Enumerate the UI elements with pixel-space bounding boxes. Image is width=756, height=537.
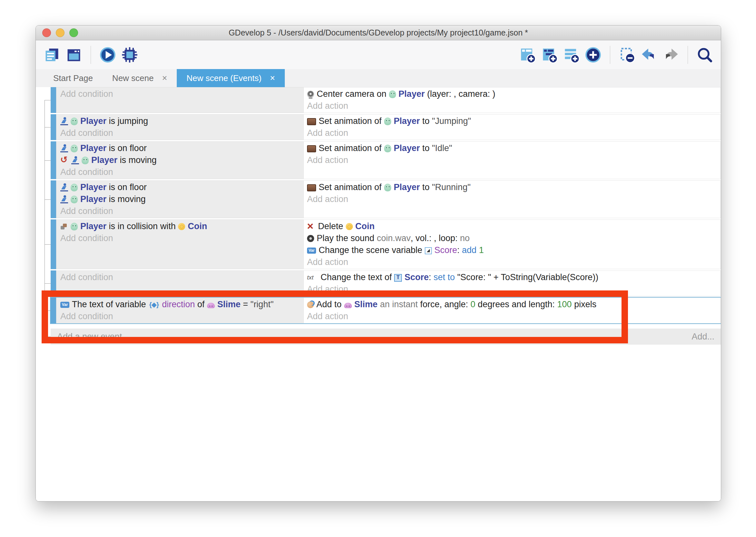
action-line[interactable]: Change the text of Score: set to "Score:… (307, 271, 717, 283)
conditions-cell: Add condition (56, 87, 304, 113)
add-condition-button[interactable]: Add condition (60, 127, 300, 139)
event-row: Player is on floorPlayer is movingAdd co… (42, 181, 721, 218)
event-selection-bar[interactable] (51, 298, 56, 323)
minimize-window-button[interactable] (56, 28, 64, 37)
text-segment (378, 300, 380, 310)
condition-line[interactable]: Player is on floor (60, 181, 300, 193)
tab-new-scene-events[interactable]: New scene (Events)× (177, 69, 284, 87)
event-selection-bar[interactable] (51, 181, 56, 218)
add-event-icon[interactable] (519, 47, 536, 63)
action-line[interactable]: Add to Slime an instant force, angle: 0 … (307, 299, 717, 310)
text-segment: Center camera on (317, 89, 389, 99)
add-action-button[interactable]: Add action (307, 100, 717, 112)
add-condition-button[interactable]: Add condition (60, 88, 300, 100)
action-line[interactable]: Set animation of Player to "Jumping" (307, 115, 717, 127)
variable-field-icon (425, 247, 432, 254)
add-action-button[interactable]: Add action (307, 310, 717, 322)
toolbar-right-group (519, 46, 713, 64)
add-action-button[interactable]: Add action (307, 283, 717, 295)
text-segment: Player (80, 194, 106, 204)
event-body: Player is jumpingAdd conditionSet animat… (51, 114, 721, 140)
add-condition-button[interactable]: Add condition (60, 166, 300, 178)
add-action-button[interactable]: Add action (307, 127, 717, 139)
text-segment: "Score: " + ToString(Variable(Score)) (455, 272, 598, 282)
text-segment: Player (394, 182, 420, 192)
text-segment: = (241, 300, 250, 310)
search-icon[interactable] (696, 47, 713, 63)
variable-icon (60, 302, 69, 308)
add-condition-button[interactable]: Add condition (60, 310, 300, 322)
add-action-button[interactable]: Add action (307, 256, 717, 268)
animation-icon (307, 118, 316, 125)
event-tree-connector (42, 87, 51, 113)
add-action-button[interactable]: Add action (307, 154, 717, 166)
add-action-button[interactable]: Add action (307, 193, 717, 205)
action-line[interactable]: Set animation of Player to "Idle" (307, 142, 717, 154)
force-icon (307, 302, 314, 308)
add-new-event-bar[interactable]: Add a new event Add... (51, 329, 721, 345)
undo-icon[interactable] (641, 47, 657, 63)
event-selection-bar[interactable] (51, 270, 56, 296)
tab-label: New scene (112, 73, 154, 83)
text-segment: Slime (217, 300, 241, 310)
action-line[interactable]: Set animation of Player to "Running" (307, 181, 717, 193)
add-new-event-button[interactable]: Add a new event (57, 332, 122, 342)
condition-line[interactable]: The text of variable direction of Slime … (60, 299, 300, 310)
redo-icon[interactable] (662, 47, 679, 63)
play-icon[interactable] (99, 47, 116, 63)
condition-line[interactable]: Player is moving (60, 154, 300, 166)
text-segment: Score (435, 245, 457, 255)
add-subevent-icon[interactable] (541, 47, 558, 63)
close-window-button[interactable] (42, 28, 51, 37)
add-plus-icon[interactable] (585, 47, 601, 63)
text-segment: 0 (471, 300, 475, 310)
event-selection-bar[interactable] (51, 87, 56, 113)
action-line[interactable]: Center camera on Player (layer: , camera… (307, 88, 717, 100)
project-manager-icon[interactable] (44, 47, 60, 63)
event-selection-bar[interactable] (51, 114, 56, 140)
platformer-icon (60, 117, 68, 125)
zoom-window-button[interactable] (69, 28, 78, 37)
condition-line[interactable]: Player is on floor (60, 142, 300, 154)
text-segment: add (462, 245, 476, 255)
text-segment: Coin (356, 222, 375, 231)
text-segment: is in collision with (106, 222, 178, 231)
event-tree-connector (42, 220, 51, 269)
add-condition-button[interactable]: Add condition (60, 271, 300, 283)
window-title: GDevelop 5 - /Users/david/Documents/GDev… (229, 28, 528, 37)
text-segment: Set animation of (319, 116, 384, 126)
tab-start-page[interactable]: Start Page (44, 69, 102, 87)
add-condition-button[interactable]: Add condition (60, 232, 300, 244)
delete-event-icon[interactable] (619, 47, 635, 63)
condition-line[interactable]: Player is jumping (60, 115, 300, 127)
player-icon (71, 195, 78, 203)
debug-icon[interactable] (121, 47, 138, 63)
tab-close-icon[interactable]: × (270, 74, 275, 83)
text-segment: : (429, 272, 434, 282)
event-selection-bar[interactable] (51, 141, 56, 179)
condition-line[interactable]: Player is in collision with Coin (60, 221, 300, 232)
action-line[interactable]: Play the sound coin.wav, vol.: , loop: n… (307, 232, 717, 244)
scene-editor-icon[interactable] (65, 47, 82, 63)
text-segment: The text of variable (72, 300, 148, 310)
actions-cell: Set animation of Player to "Idle"Add act… (304, 141, 721, 179)
event-selection-bar[interactable] (51, 220, 56, 269)
slime-icon (207, 303, 215, 308)
add-condition-button[interactable]: Add condition (60, 205, 300, 217)
text-segment: force, angle: (418, 300, 471, 310)
text-segment: to (420, 182, 432, 192)
event-body: Add conditionCenter camera on Player (la… (51, 87, 721, 113)
add-more-button[interactable]: Add... (692, 332, 714, 342)
tab-new-scene[interactable]: New scene× (102, 69, 177, 87)
player-icon (389, 90, 396, 98)
event-tree-connector (42, 114, 51, 140)
condition-line[interactable]: Player is moving (60, 193, 300, 205)
text-segment: Set animation of (319, 182, 384, 192)
add-comment-icon[interactable] (563, 47, 580, 63)
text-object-icon (394, 274, 402, 282)
action-line[interactable]: Change the scene variable Score: add 1 (307, 244, 717, 256)
tab-close-icon[interactable]: × (162, 74, 167, 83)
coin-icon (346, 223, 353, 230)
platformer-icon (60, 195, 68, 203)
action-line[interactable]: Delete Coin (307, 221, 717, 232)
